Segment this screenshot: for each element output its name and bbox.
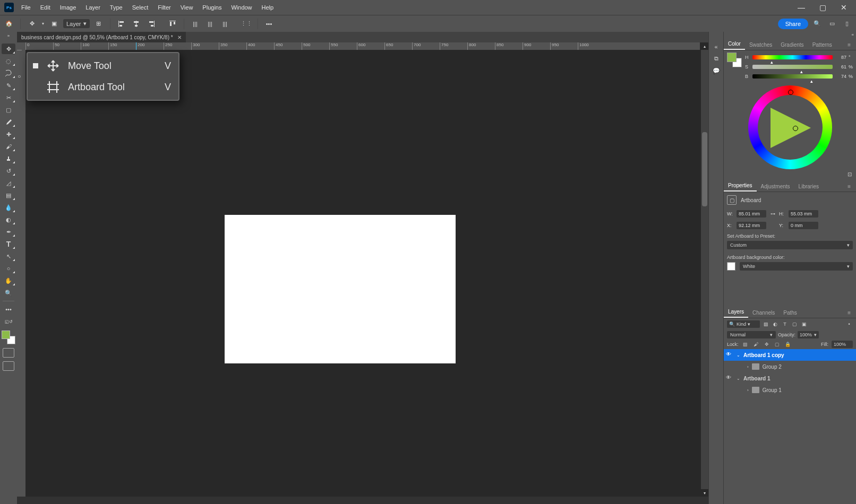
pen-tool[interactable]: ✒ (2, 227, 15, 237)
expand-tools-icon[interactable]: » (0, 32, 17, 39)
document-viewport[interactable] (25, 50, 700, 497)
vertical-scrollbar[interactable]: ▴ ▾ (701, 50, 708, 489)
document-tab[interactable]: business card design.psd @ 50,5% (Artboa… (17, 32, 186, 42)
screen-mode-icon[interactable] (3, 361, 14, 371)
blur-tool[interactable]: 💧 (2, 202, 15, 213)
menu-image[interactable]: Image (56, 2, 81, 13)
share-button[interactable]: Share (778, 19, 808, 29)
history-brush-tool[interactable]: ↺ (2, 166, 15, 176)
tab-libraries[interactable]: Libraries (794, 181, 823, 192)
flyout-artboard-tool[interactable]: Artboard Tool V (28, 76, 178, 98)
hand-tool[interactable]: ✋ (2, 275, 15, 286)
scroll-down-icon[interactable]: ▾ (701, 489, 708, 497)
zoom-tool[interactable]: 🔍 (2, 288, 15, 298)
visibility-toggle[interactable] (726, 386, 733, 394)
distribute-spacing-icon[interactable]: ⋮⋮ (241, 18, 252, 30)
visibility-toggle[interactable] (726, 351, 733, 359)
arrange-documents-icon[interactable]: ▯ (841, 18, 853, 30)
x-field[interactable] (737, 222, 766, 229)
flyout-move-tool[interactable]: Move Tool V (28, 55, 178, 76)
vertical-scroll-thumb[interactable] (702, 132, 707, 206)
layer-artboard-1-copy[interactable]: ⌄ Artboard 1 copy (724, 349, 856, 361)
hue-slider[interactable]: ▴ (752, 55, 833, 59)
menu-help[interactable]: Help (258, 2, 278, 13)
color-wheel[interactable] (748, 85, 832, 169)
tool-preset-arrow-icon[interactable]: ▾ (41, 20, 45, 28)
tab-color[interactable]: Color (724, 39, 745, 50)
opacity-field[interactable]: 100%▾ (798, 331, 819, 338)
menu-window[interactable]: Window (227, 2, 256, 13)
lock-transparency-icon[interactable]: ▨ (742, 341, 749, 348)
expand-toggle[interactable]: ⌄ (737, 353, 740, 358)
shape-tool[interactable]: ○ (2, 263, 15, 274)
align-right-icon[interactable] (145, 18, 157, 30)
transform-controls-checkbox[interactable]: ⊞ (93, 18, 105, 30)
sat-slider[interactable]: ▴ (752, 65, 833, 69)
fg-swatch[interactable] (727, 53, 737, 62)
collapse-panels-icon[interactable]: « (714, 44, 717, 50)
properties-panel-menu-icon[interactable]: ≡ (843, 181, 855, 192)
tab-paths[interactable]: Paths (779, 308, 801, 318)
path-selection-tool[interactable]: ↖ (2, 251, 15, 262)
edit-toolbar-icon[interactable]: ••• (2, 304, 15, 315)
eraser-tool[interactable]: ◿ (2, 178, 15, 188)
visibility-toggle[interactable] (726, 363, 733, 370)
distribute-hcenter-icon[interactable]: ||| (204, 18, 216, 30)
distribute-bottom-icon[interactable]: ||| (219, 18, 231, 30)
eyedropper-tool[interactable] (2, 117, 15, 127)
distribute-top-icon[interactable]: ||| (190, 18, 201, 30)
y-field[interactable] (789, 222, 818, 229)
window-maximize-icon[interactable]: ▢ (816, 3, 829, 12)
home-button[interactable]: 🏠 (3, 18, 15, 30)
toggle-ruler-origin[interactable] (17, 42, 25, 50)
quick-mask-icon[interactable] (3, 348, 14, 358)
lock-all-icon[interactable]: 🔒 (784, 341, 792, 348)
dodge-tool[interactable]: ◐ (2, 214, 15, 225)
tab-patterns[interactable]: Patterns (808, 40, 836, 50)
preset-dropdown[interactable]: Custom▾ (727, 241, 853, 249)
expand-toggle[interactable]: ⌄ (737, 376, 740, 381)
tab-gradients[interactable]: Gradients (776, 40, 808, 50)
visibility-toggle[interactable] (726, 375, 733, 382)
layer-group-1[interactable]: › Group 1 (724, 384, 856, 396)
menu-filter[interactable]: Filter (153, 2, 175, 13)
gradient-tool[interactable]: ▤ (2, 190, 15, 201)
search-icon[interactable]: 🔍 (811, 18, 823, 30)
crop-tool[interactable]: ✂ (2, 92, 15, 103)
blend-mode-dropdown[interactable]: Normal▾ (727, 331, 776, 338)
align-left-icon[interactable] (116, 18, 127, 30)
color-panel-menu-icon[interactable]: ≡ (843, 40, 855, 50)
move-tool[interactable]: ✥ (2, 44, 15, 54)
bri-slider[interactable]: ▴ (752, 74, 833, 79)
tab-layers[interactable]: Layers (724, 307, 748, 318)
move-tool-icon[interactable]: ✥ (26, 18, 38, 30)
frame-tool[interactable]: ▢ (2, 105, 15, 115)
healing-brush-tool[interactable]: ✚ (2, 129, 15, 140)
layers-panel-menu-icon[interactable]: ≡ (843, 308, 855, 318)
horizontal-ruler[interactable]: 0501001502002503003504004505005506006507… (25, 42, 700, 50)
align-top-icon[interactable] (167, 18, 178, 30)
expand-toggle[interactable]: › (747, 388, 749, 393)
width-field[interactable] (737, 210, 766, 218)
lock-artboard-icon[interactable]: ▢ (774, 341, 781, 348)
quick-selection-tool[interactable]: ✎ (2, 80, 15, 91)
tab-adjustments[interactable]: Adjustments (757, 181, 794, 192)
comments-panel-icon[interactable]: 💬 (713, 67, 720, 74)
fg-color-swatch[interactable] (2, 331, 10, 339)
window-minimize-icon[interactable]: — (794, 3, 808, 12)
menu-select[interactable]: Select (128, 2, 153, 13)
height-field[interactable] (789, 210, 818, 218)
vertical-ruler[interactable]: 0 (17, 50, 25, 497)
brush-tool[interactable]: 🖌 (2, 141, 15, 152)
close-tab-icon[interactable]: ✕ (177, 34, 182, 40)
artboard[interactable] (225, 215, 456, 363)
filter-toggle[interactable]: • (845, 320, 853, 328)
scroll-up-icon[interactable]: ▴ (701, 42, 708, 50)
more-options-icon[interactable]: ••• (263, 18, 275, 30)
link-wh-icon[interactable]: ⊶ (768, 211, 777, 216)
history-panel-icon[interactable]: ⧉ (714, 55, 718, 62)
layer-filter-dropdown[interactable]: 🔍Kind ▾ (727, 320, 760, 328)
menu-plugins[interactable]: Plugins (198, 2, 226, 13)
menu-file[interactable]: File (17, 2, 35, 13)
menu-view[interactable]: View (176, 2, 198, 13)
